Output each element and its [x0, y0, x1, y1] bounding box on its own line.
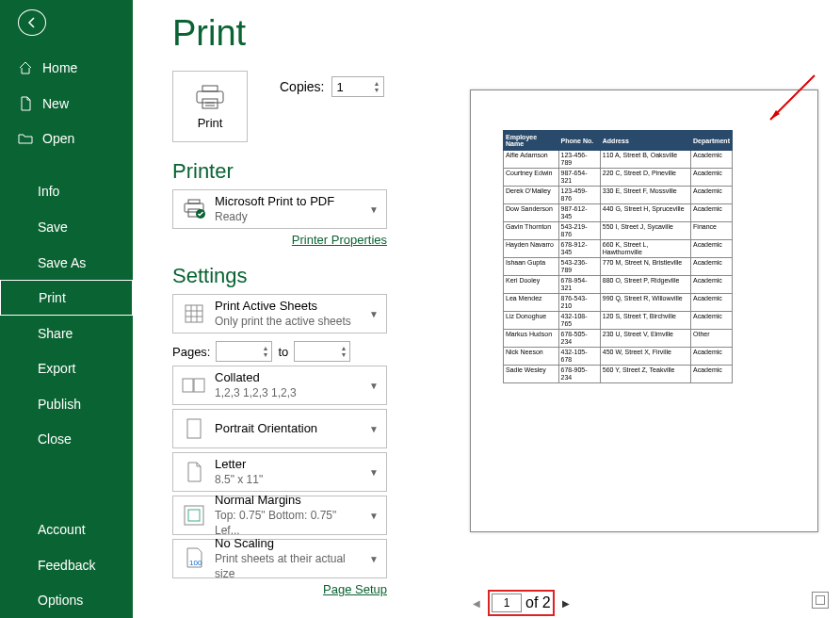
col-header: Phone No. [558, 131, 600, 151]
next-page-button[interactable]: ▶ [558, 595, 573, 610]
chevron-down-icon: ▼ [369, 424, 379, 434]
home-icon [18, 60, 33, 75]
spinner-arrows-icon: ▲▼ [374, 80, 380, 93]
nav-new-label: New [42, 96, 69, 111]
table-row: Derek O'Malley123-459-876330 E, Street F… [504, 187, 733, 204]
page-setup-link[interactable]: Page Setup [172, 582, 387, 596]
nav-close[interactable]: Close [0, 422, 133, 458]
annotation-highlight: of 2 [488, 590, 555, 616]
svg-text:100: 100 [189, 559, 202, 567]
nav-publish[interactable]: Publish [0, 386, 133, 422]
file-icon [18, 96, 33, 111]
table-row: Courtney Edwin987-654-321220 C, Street D… [504, 169, 733, 187]
folder-open-icon [18, 131, 33, 146]
preview-table: Employee NamePhone No.AddressDepartment … [503, 130, 733, 383]
table-row: Keri Dooley678-954-321880 O, Street P, R… [504, 276, 733, 294]
collated-dropdown[interactable]: Collated1,2,3 1,2,3 1,2,3 ▼ [172, 366, 387, 405]
copies-label: Copies: [280, 79, 324, 94]
chevron-down-icon: ▼ [369, 204, 379, 215]
arrow-left-icon [24, 15, 40, 30]
prev-page-button[interactable]: ◀ [469, 595, 484, 610]
print-what-dropdown[interactable]: Print Active SheetsOnly print the active… [172, 294, 387, 333]
svg-rect-17 [185, 506, 203, 525]
svg-rect-1 [197, 91, 223, 103]
nav-feedback[interactable]: Feedback [0, 547, 133, 583]
pages-from-input[interactable]: ▲▼ [216, 341, 272, 362]
copies-value: 1 [336, 80, 343, 94]
svg-rect-16 [187, 419, 201, 438]
print-button-label: Print [198, 116, 223, 130]
nav-share[interactable]: Share [0, 316, 133, 351]
table-row: Lea Mendez876-543-210990 Q, Street R, Wi… [504, 294, 733, 312]
printer-status: Ready [215, 209, 362, 224]
svg-rect-2 [202, 99, 218, 108]
nav-open[interactable]: Open [0, 121, 133, 156]
nav-new[interactable]: New [0, 86, 133, 122]
nav-account[interactable]: Account [0, 512, 133, 547]
svg-rect-5 [188, 200, 200, 203]
show-margins-button[interactable] [812, 592, 829, 609]
col-header: Address [600, 131, 690, 151]
sheets-icon [184, 303, 204, 324]
scaling-icon: 100 [185, 547, 203, 570]
nav-save[interactable]: Save [0, 209, 133, 245]
col-header: Employee Name [504, 131, 559, 151]
svg-rect-18 [188, 510, 200, 521]
table-row: Ishaan Gupta543-236-789770 M, Street N, … [504, 258, 733, 276]
backstage-sidebar: Home New Open Info Save Save As Print Sh… [0, 0, 133, 618]
svg-rect-9 [186, 305, 202, 322]
chevron-down-icon: ▼ [369, 467, 379, 478]
paper-size-dropdown[interactable]: Letter8.5" x 11" ▼ [172, 452, 387, 492]
margins-dropdown[interactable]: Normal MarginsTop: 0.75" Bottom: 0.75" L… [172, 496, 387, 535]
chevron-down-icon: ▼ [369, 309, 379, 319]
table-row: Dow Sanderson987-612-345440 G, Street H,… [504, 204, 733, 222]
chevron-down-icon: ▼ [369, 554, 379, 564]
table-row: Alfie Adamson123-456-789110 A, Street B,… [504, 151, 733, 169]
pages-label: Pages: [172, 345, 210, 359]
page-icon [186, 462, 202, 482]
nav-home-label: Home [42, 60, 77, 75]
table-row: Sadie Wesley678-905-234560 Y, Street Z, … [504, 366, 733, 383]
copies-spinner[interactable]: 1 ▲▼ [331, 76, 384, 97]
printer-icon [194, 84, 226, 112]
nav-print[interactable]: Print [0, 280, 133, 316]
collated-icon [182, 376, 206, 395]
margins-icon [184, 505, 204, 526]
svg-rect-14 [183, 379, 193, 392]
nav-home[interactable]: Home [0, 50, 133, 86]
chevron-down-icon: ▼ [369, 511, 379, 521]
current-page-input[interactable] [492, 594, 522, 612]
nav-export[interactable]: Export [0, 351, 133, 387]
printer-dropdown[interactable]: Microsoft Print to PDF Ready ▼ [172, 189, 387, 229]
nav-info[interactable]: Info [0, 174, 133, 210]
table-row: Gavin Thornton543-219-876550 I, Street J… [504, 222, 733, 240]
col-header: Department [691, 131, 733, 151]
page-title: Print [172, 13, 812, 54]
page-navigator: ◀ of 2 ▶ [469, 590, 573, 616]
nav-options[interactable]: Options [0, 582, 133, 618]
print-button[interactable]: Print [172, 71, 248, 142]
orientation-dropdown[interactable]: Portrait Orientation ▼ [172, 409, 387, 448]
nav-open-label: Open [42, 131, 74, 146]
chevron-down-icon: ▼ [369, 381, 379, 391]
table-row: Markus Hudson678-505-234230 U, Street V,… [504, 330, 733, 348]
svg-rect-15 [194, 379, 204, 392]
printer-name: Microsoft Print to PDF [215, 194, 362, 209]
pages-to-input[interactable]: ▲▼ [294, 341, 350, 362]
pages-to-label: to [278, 345, 288, 359]
table-row: Nick Neeson432-105-678450 W, Street X, F… [504, 348, 733, 366]
back-button[interactable] [18, 9, 46, 36]
nav-saveas[interactable]: Save As [0, 245, 133, 281]
printer-properties-link[interactable]: Printer Properties [172, 233, 387, 247]
print-preview: Employee NamePhone No.AddressDepartment … [470, 89, 818, 532]
svg-rect-0 [202, 86, 218, 91]
table-row: Hayden Navarro678-912-345660 K, Street L… [504, 240, 733, 258]
portrait-icon [186, 418, 202, 439]
printer-ready-icon [183, 199, 205, 220]
page-total-label: of 2 [525, 594, 551, 611]
scaling-dropdown[interactable]: 100 No ScalingPrint sheets at their actu… [172, 539, 387, 578]
table-row: Liz Donoghue432-108-765120 S, Street T, … [504, 312, 733, 330]
